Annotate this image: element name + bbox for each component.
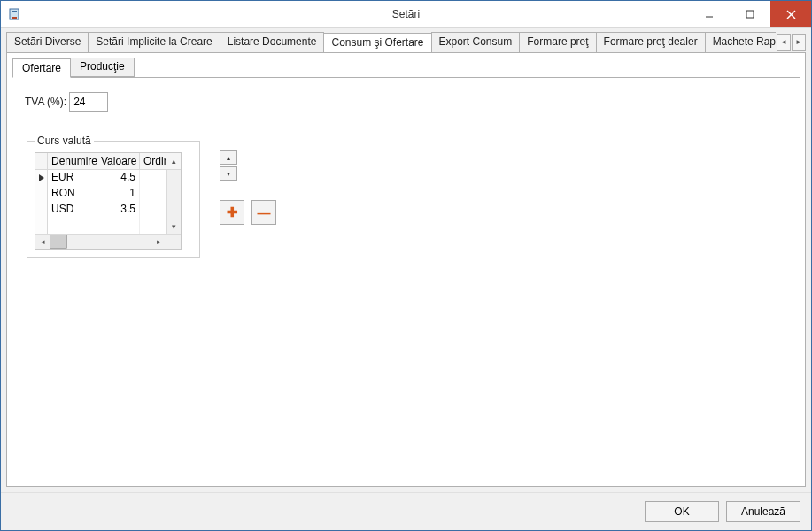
svg-rect-1 bbox=[12, 11, 17, 12]
subtab-ofertare[interactable]: Ofertare bbox=[12, 58, 71, 78]
cell-value[interactable]: 3.5 bbox=[97, 202, 140, 218]
tab-export-consum[interactable]: Export Consum bbox=[431, 32, 521, 52]
add-button[interactable]: ✚ bbox=[220, 200, 244, 225]
tab-formare-pret-dealer[interactable]: Formare preţ dealer bbox=[596, 32, 706, 52]
cell-order[interactable] bbox=[140, 186, 166, 202]
maximize-button[interactable] bbox=[730, 1, 770, 27]
cell-name[interactable]: RON bbox=[48, 186, 97, 202]
sub-panel: TVA (%): Curs valută Denumire Valoare bbox=[12, 77, 800, 481]
scroll-right-icon[interactable]: ▸ bbox=[151, 235, 166, 249]
tab-setari-implicite[interactable]: Setări Implicite la Creare bbox=[88, 32, 220, 52]
scroll-up-icon[interactable]: ▴ bbox=[166, 153, 181, 170]
cell-name[interactable]: EUR bbox=[48, 170, 97, 186]
client-area: Setări Diverse Setări Implicite la Crear… bbox=[1, 28, 811, 530]
sub-tab-strip: Ofertare Producţie bbox=[7, 53, 805, 77]
row-indicator bbox=[35, 186, 48, 202]
dialog-footer: OK Anulează bbox=[1, 492, 811, 530]
svg-rect-2 bbox=[12, 17, 17, 19]
side-controls: ▴ ▾ ✚ — bbox=[220, 150, 276, 225]
minus-icon: — bbox=[258, 205, 271, 220]
settings-window: Setări Setări Diverse Setări Implicite l… bbox=[0, 0, 812, 531]
row-indicator bbox=[35, 202, 48, 218]
cell-value[interactable]: 4.5 bbox=[97, 170, 140, 186]
ok-button[interactable]: OK bbox=[645, 501, 719, 522]
minimize-button[interactable] bbox=[689, 1, 730, 27]
plus-icon: ✚ bbox=[227, 204, 238, 220]
tva-input[interactable] bbox=[69, 92, 108, 112]
tab-listare-documente[interactable]: Listare Documente bbox=[220, 32, 325, 52]
cell-order[interactable] bbox=[140, 170, 166, 186]
currency-grid[interactable]: Denumire Valoare Ordin ▴ bbox=[35, 152, 182, 250]
grid-header: Denumire Valoare Ordin ▴ bbox=[35, 153, 181, 170]
grid-header-indicator bbox=[35, 153, 48, 170]
tva-row: TVA (%): bbox=[25, 92, 787, 112]
scroll-down-icon[interactable]: ▾ bbox=[167, 219, 181, 234]
cell-value[interactable]: 1 bbox=[97, 186, 140, 202]
tab-formare-pret[interactable]: Formare preţ bbox=[519, 32, 596, 52]
col-denumire[interactable]: Denumire bbox=[48, 153, 97, 170]
tab-consum-ofertare[interactable]: Consum şi Ofertare bbox=[323, 33, 431, 52]
tab-scroll-left[interactable]: ◄ bbox=[777, 34, 791, 51]
remove-button[interactable]: — bbox=[251, 200, 276, 225]
col-valoare[interactable]: Valoare bbox=[97, 153, 140, 170]
svg-marker-7 bbox=[39, 174, 44, 181]
group-legend: Curs valută bbox=[35, 135, 94, 147]
table-row[interactable]: USD 3.5 bbox=[35, 202, 166, 218]
app-icon bbox=[8, 7, 22, 21]
table-row[interactable]: RON 1 bbox=[35, 186, 166, 202]
table-row-empty bbox=[35, 218, 166, 234]
curs-valuta-group: Curs valută Denumire Valoare Ordin ▴ bbox=[27, 135, 200, 258]
scroll-thumb[interactable] bbox=[50, 235, 67, 249]
cell-order[interactable] bbox=[140, 202, 166, 218]
table-row[interactable]: EUR 4.5 bbox=[35, 170, 166, 186]
grid-vertical-scrollbar[interactable]: ▾ bbox=[166, 170, 181, 234]
col-ordine[interactable]: Ordin bbox=[140, 153, 166, 170]
tab-machete-rapoarte[interactable]: Machete Rapoarte bbox=[705, 32, 776, 52]
window-controls bbox=[689, 1, 811, 27]
main-tabs: Setări Diverse Setări Implicite la Crear… bbox=[6, 32, 776, 52]
cancel-button[interactable]: Anulează bbox=[726, 501, 800, 522]
tva-label: TVA (%): bbox=[25, 96, 66, 108]
row-indicator-icon bbox=[35, 170, 48, 186]
svg-rect-4 bbox=[746, 11, 754, 18]
move-up-button[interactable]: ▴ bbox=[220, 150, 237, 165]
grid-horizontal-scrollbar[interactable]: ◂ ▸ bbox=[35, 234, 181, 249]
cell-name[interactable]: USD bbox=[48, 202, 97, 218]
titlebar: Setări bbox=[1, 1, 811, 28]
main-panel: Ofertare Producţie TVA (%): Curs valută bbox=[6, 52, 806, 487]
scroll-left-icon[interactable]: ◂ bbox=[35, 235, 50, 249]
tab-setari-diverse[interactable]: Setări Diverse bbox=[6, 32, 89, 52]
close-button[interactable] bbox=[770, 1, 811, 27]
main-tab-strip: Setări Diverse Setări Implicite la Crear… bbox=[1, 28, 811, 52]
subtab-productie[interactable]: Producţie bbox=[70, 58, 135, 77]
move-down-button[interactable]: ▾ bbox=[220, 166, 237, 181]
tab-scroll-right[interactable]: ► bbox=[792, 34, 806, 51]
